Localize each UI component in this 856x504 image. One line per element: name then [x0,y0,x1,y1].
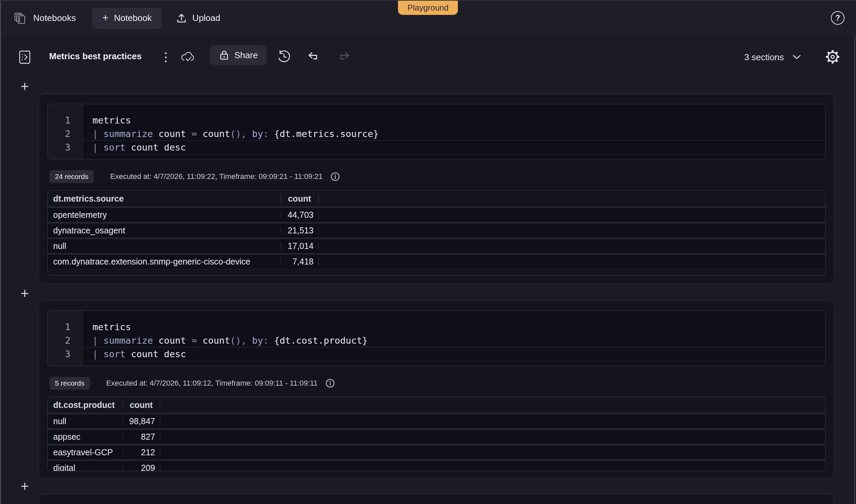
sidebar-toggle-icon[interactable] [18,50,33,65]
plus-icon: + [102,12,109,23]
results-table: dt.metrics.sourcecountopentelemetry44,70… [47,191,825,276]
upload-label: Upload [192,13,220,23]
column-divider [318,227,319,234]
more-options-icon[interactable] [160,49,171,65]
column-divider [281,227,281,234]
table-header-row[interactable]: dt.metrics.sourcecount [48,191,825,206]
new-notebook-button[interactable]: + Notebook [92,8,162,29]
table-cell: 98,847 [123,416,160,426]
code-line[interactable]: | summarize count = count(), by: {dt.met… [83,127,825,141]
line-number: 2 [48,334,83,347]
table-row[interactable]: null98,847 [48,413,825,428]
lock-icon [219,50,229,60]
upload-button[interactable]: Upload [171,8,225,29]
table-cell: 7,418 [281,257,318,267]
code-line[interactable]: | sort count desc [83,141,825,154]
table-row[interactable]: com.dynatrace.extension.snmp-generic-cis… [48,253,825,269]
table-cell: opentelemetry [48,210,281,220]
table-cell: dt.metrics.source [48,194,281,204]
sections-dropdown[interactable]: 3 sections [744,50,801,64]
column-divider [160,464,160,471]
add-section-button[interactable]: + [18,479,32,493]
chevron-down-icon [793,55,801,59]
code-line[interactable]: | sort count desc [83,347,825,361]
notebooks-app-brand[interactable]: Notebooks [14,12,76,25]
code-area[interactable]: metrics| summarize count = count(), by: … [83,104,825,159]
dql-code-editor[interactable]: 123 metrics| summarize count = count(), … [47,104,825,159]
window-edge-left [0,1,1,504]
table-cell: easytravel-GCP [48,448,123,457]
code-line[interactable]: metrics [83,114,825,127]
column-divider [318,194,319,203]
records-count-badge: 24 records [49,170,94,183]
table-cell: 827 [123,432,160,442]
column-divider [281,258,281,266]
redo-icon[interactable] [337,50,352,64]
table-cell: 17,014 [281,241,318,251]
table-row[interactable]: digital209 [48,460,825,471]
table-cell: dynatrace_osagent [48,226,281,235]
history-icon[interactable] [276,49,292,65]
table-cell: digital [48,463,123,471]
line-number-gutter: 123 [48,104,83,159]
column-divider [123,449,123,456]
notebook-section-card: 123 metrics| summarize count = count(), … [38,300,834,479]
share-button[interactable]: Share [210,45,267,65]
new-notebook-label: Notebook [114,13,152,23]
notebook-title[interactable]: Metrics best practices [49,51,141,61]
info-icon[interactable] [330,172,340,182]
executed-timestamp: Executed at: 4/7/2026, 11:09:22, Timefra… [110,172,323,181]
scrollbar-edge[interactable] [854,36,855,504]
column-divider [318,242,319,250]
table-row[interactable]: appsec827 [48,428,825,444]
line-number-gutter: 123 [48,311,83,366]
sections-label: 3 sections [744,52,784,62]
code-area[interactable]: metrics| summarize count = count(), by: … [83,311,825,366]
table-row[interactable]: dynatrace_osagent21,513 [48,222,825,237]
table-cell: dt.cost.product [48,400,123,410]
column-divider [318,258,319,266]
notebook-section-card [38,494,834,504]
records-count-badge: 5 records [49,377,90,390]
code-line[interactable]: | summarize count = count(), by: {dt.cos… [83,334,825,347]
column-divider [160,449,160,456]
info-icon[interactable] [325,378,335,388]
code-line[interactable]: metrics [83,320,825,334]
table-row[interactable]: null17,014 [48,237,825,253]
undo-icon[interactable] [306,50,321,64]
column-divider [281,211,281,219]
table-row[interactable]: easytravel-GCP212 [48,444,825,460]
table-cell: 44,703 [281,210,318,220]
line-number: 3 [48,141,83,154]
notebook-panel: Metrics best practices Share [3,36,854,504]
column-divider [160,433,160,441]
cloud-sync-icon[interactable] [180,50,195,64]
column-divider [123,464,123,471]
table-cell: count [123,400,160,410]
help-icon[interactable]: ? [831,11,844,25]
table-header-row[interactable]: dt.cost.productcount [48,397,825,413]
query-result-meta: 5 records Executed at: 4/7/2026, 11:09:1… [49,377,335,390]
environment-badge: Playground [398,1,458,15]
column-divider [123,417,123,425]
notebook-toolbar: Metrics best practices Share [3,36,854,76]
table-row[interactable]: opentelemetry44,703 [48,206,825,222]
upload-icon [176,13,187,24]
add-section-button[interactable]: + [18,79,32,94]
share-label: Share [234,50,258,60]
dql-code-editor[interactable]: 123 metrics| summarize count = count(), … [47,310,825,366]
column-divider [160,417,160,425]
notebook-section-card: 123 metrics| summarize count = count(), … [38,94,834,284]
line-number: 1 [48,320,83,334]
line-number: 2 [48,127,83,141]
add-section-button[interactable]: + [18,287,32,301]
results-table: dt.cost.productcountnull98,847appsec827e… [47,397,825,471]
line-number: 3 [48,347,83,361]
executed-timestamp: Executed at: 4/7/2026, 11:09:12, Timefra… [106,379,318,388]
table-cell: count [281,194,318,204]
column-divider [123,400,123,410]
app-top-bar: Notebooks + Notebook Upload Playground ? [0,1,856,36]
column-divider [281,242,281,250]
table-cell: 209 [123,463,160,471]
settings-gear-icon[interactable] [824,48,841,65]
